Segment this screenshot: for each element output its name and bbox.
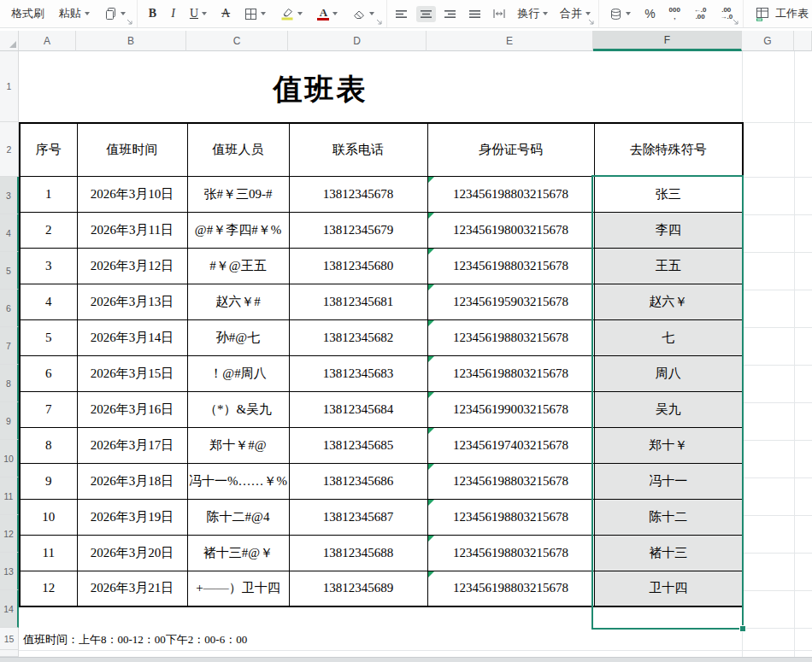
row-header-12[interactable]: 12 [0,515,19,553]
cell-A11[interactable]: 9 [20,463,77,499]
cell-D8[interactable]: 13812345683 [289,355,427,391]
cell-D12[interactable]: 13812345687 [289,499,427,535]
cell-C11[interactable]: 冯十一%……￥% [187,463,289,499]
row-header-14[interactable]: 14 [0,590,19,628]
cell-C10[interactable]: 郑十￥#@ [187,427,289,463]
cell-B10[interactable]: 2026年3月17日 [77,427,187,463]
cell-B12[interactable]: 2026年3月19日 [77,499,187,535]
cell-E9[interactable]: 123456199003215678 [427,391,594,427]
cell-D4[interactable]: 13812345679 [289,212,427,248]
cell-A5[interactable]: 3 [20,248,77,284]
cell-D2[interactable]: 联系电话 [289,123,427,176]
cell-B4[interactable]: 2026年3月11日 [77,212,187,248]
cell-B5[interactable]: 2026年3月12日 [77,248,187,284]
distributed-align-button[interactable] [489,5,509,22]
percent-style-button[interactable]: % [641,4,658,23]
align-justify-button[interactable] [465,6,485,22]
cell-A8[interactable]: 6 [20,355,77,391]
row-header-10[interactable]: 10 [0,440,19,477]
column-header-E[interactable]: E [427,31,593,51]
cell-B8[interactable]: 2026年3月15日 [77,355,187,391]
align-right-button[interactable] [440,6,460,22]
cell-D11[interactable]: 13812345686 [289,463,427,499]
cell-D7[interactable]: 13812345682 [289,319,427,355]
cell-F13[interactable]: 褚十三 [594,535,743,571]
row-header-15[interactable]: 15 [0,628,19,650]
row-header-1[interactable]: 1 [0,51,19,122]
row-header-8[interactable]: 8 [0,365,19,402]
cell-E5[interactable]: 123456198803215678 [427,248,594,284]
cell-B3[interactable]: 2026年3月10日 [77,176,187,212]
sheet-title[interactable]: 值班表 [19,70,622,109]
alignment-dialog-launcher[interactable] [588,19,595,26]
cell-E6[interactable]: 123456195903215678 [427,284,594,319]
cell-D5[interactable]: 13812345680 [289,248,427,284]
column-header-B[interactable]: B [76,31,186,51]
cell-D13[interactable]: 13812345688 [289,535,427,571]
row-header-11[interactable]: 11 [0,477,19,515]
clipboard-dialog-launcher[interactable] [127,19,133,26]
strikethrough-button[interactable]: A [218,4,233,23]
cell-F8[interactable]: 周八 [594,355,743,391]
cell-C5[interactable]: #￥@王五 [187,248,289,284]
font-dialog-launcher[interactable] [376,19,383,26]
cell-E3[interactable]: 123456198803215678 [427,176,594,212]
cell-E13[interactable]: 123456198803215678 [427,535,594,571]
cell-A13[interactable]: 11 [20,535,77,571]
clear-format-button[interactable] [349,5,378,23]
cell-E7[interactable]: 123456198803215678 [427,319,594,355]
cell-C9[interactable]: （*）&吴九 [187,391,289,427]
column-header-D[interactable]: D [288,31,427,51]
row-header-9[interactable]: 9 [0,402,19,440]
cell-A12[interactable]: 10 [20,499,77,535]
cell-E2[interactable]: 身份证号码 [427,123,594,176]
cell-A6[interactable]: 4 [20,284,77,319]
number-format-button[interactable] [606,5,634,23]
cell-F2[interactable]: 去除特殊符号 [594,123,743,176]
cell-D10[interactable]: 13812345685 [289,427,427,463]
cell-C13[interactable]: 褚十三#@￥ [187,535,289,571]
cell-F6[interactable]: 赵六￥ [594,284,743,319]
cell-B11[interactable]: 2026年3月18日 [77,463,187,499]
number-dialog-launcher[interactable] [733,19,739,26]
column-header-C[interactable]: C [186,31,288,51]
cell-A2[interactable]: 序号 [20,123,77,176]
italic-button[interactable]: I [168,4,179,23]
align-center-button[interactable] [416,6,436,22]
cell-F3[interactable]: 张三 [594,176,743,212]
cell-C8[interactable]: ！@#周八 [187,355,289,391]
cell-F7[interactable]: 七 [594,319,743,355]
cell-D6[interactable]: 13812345681 [289,284,427,319]
cell-F10[interactable]: 郑十￥ [594,427,743,463]
row-header-partial[interactable] [0,650,19,657]
cell-C6[interactable]: 赵六￥# [187,284,289,319]
underline-button[interactable]: U [186,4,210,23]
select-all-corner[interactable] [0,31,19,51]
cell-E4[interactable]: 123456198003215678 [427,212,594,248]
row-header-4[interactable]: 4 [0,214,19,252]
copy-button[interactable] [101,4,129,23]
row-header-6[interactable]: 6 [0,290,19,327]
worksheet-button[interactable]: 工作表 [752,3,812,24]
cell-A4[interactable]: 2 [20,212,77,248]
cell-C12[interactable]: 陈十二#@4 [187,499,289,535]
wrap-text-button[interactable]: 换行 [514,3,551,24]
cell-D3[interactable]: 13812345678 [289,176,427,212]
cell-C7[interactable]: 孙#@七 [187,319,289,355]
cell-B13[interactable]: 2026年3月20日 [77,535,187,571]
bold-button[interactable]: B [145,4,160,23]
duty-time-note[interactable]: 值班时间：上午8：00-12：00下午2：00-6：00 [23,632,247,647]
column-header-F[interactable]: F [593,31,742,51]
decrease-decimal-button[interactable]: ←.0.00 [691,4,710,23]
format-painter-button[interactable]: 格式刷 [8,3,48,24]
cell-E8[interactable]: 123456198803215678 [427,355,594,391]
font-color-button[interactable]: A [314,5,341,23]
cell-E14[interactable]: 123456198803215678 [427,571,594,606]
borders-button[interactable] [241,5,269,23]
cell-B14[interactable]: 2026年3月21日 [77,571,187,606]
cell-F14[interactable]: 卫十四 [594,571,743,606]
cell-B9[interactable]: 2026年3月16日 [77,391,187,427]
cell-C14[interactable]: +——）卫十四 [187,571,289,606]
cell-F5[interactable]: 王五 [594,248,743,284]
fill-handle[interactable] [739,625,746,632]
